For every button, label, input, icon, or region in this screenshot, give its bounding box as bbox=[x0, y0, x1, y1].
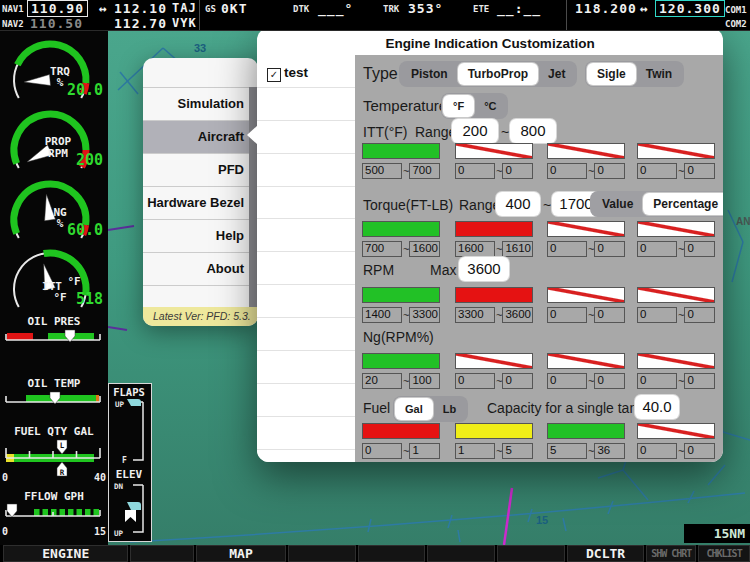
band-from-input[interactable]: 0 bbox=[637, 241, 677, 257]
softkey-shw-chrt[interactable]: SHW CHRT bbox=[646, 545, 696, 562]
band-to-input[interactable]: 3300 bbox=[409, 307, 440, 323]
nav1-active-frequency[interactable]: 110.90 bbox=[27, 0, 88, 17]
band-color-swatch[interactable] bbox=[637, 221, 715, 237]
band-from-input[interactable]: 1600 bbox=[455, 241, 495, 257]
softkey-blank-4[interactable] bbox=[427, 545, 495, 562]
band-from-input[interactable]: 0 bbox=[547, 307, 587, 323]
band-from-input[interactable]: 0 bbox=[547, 163, 587, 179]
fuel-capacity-input[interactable]: 40.0 bbox=[635, 395, 679, 419]
type-option-jet[interactable]: Jet bbox=[538, 63, 575, 85]
band-to-input[interactable]: 0 bbox=[684, 163, 715, 179]
band-color-swatch[interactable] bbox=[362, 221, 440, 237]
softkey-blank-3[interactable] bbox=[358, 545, 426, 562]
band-to-input[interactable]: 0 bbox=[684, 443, 715, 459]
com-swap-icon[interactable]: ↔ bbox=[640, 1, 649, 16]
band-from-input[interactable]: 700 bbox=[362, 241, 402, 257]
band-from-input[interactable]: 0 bbox=[637, 443, 677, 459]
softkey-dcltr[interactable]: DCLTR bbox=[567, 545, 645, 562]
band-to-input[interactable]: 1610 bbox=[502, 241, 533, 257]
itt-max-input[interactable]: 800 bbox=[510, 119, 556, 143]
band-to-input[interactable]: 0 bbox=[594, 373, 625, 389]
band-color-swatch[interactable] bbox=[362, 353, 440, 369]
band-to-input[interactable]: 0 bbox=[502, 373, 533, 389]
band-color-swatch[interactable] bbox=[455, 353, 533, 369]
band-to-input[interactable]: 5 bbox=[502, 443, 533, 459]
band-from-input[interactable]: 0 bbox=[362, 443, 402, 459]
band-from-input[interactable]: 1 bbox=[455, 443, 495, 459]
type-option-piston[interactable]: Piston bbox=[401, 63, 458, 85]
band-color-swatch[interactable] bbox=[547, 423, 625, 439]
type-option-turboprop[interactable]: TurboProp bbox=[458, 63, 538, 85]
band-color-swatch[interactable] bbox=[455, 221, 533, 237]
band-from-input[interactable]: 0 bbox=[547, 241, 587, 257]
band-color-swatch[interactable] bbox=[547, 143, 625, 159]
menu-item-about[interactable]: About bbox=[143, 252, 258, 286]
nav-swap-icon[interactable]: ↔ bbox=[99, 1, 108, 16]
band-from-input[interactable]: 1400 bbox=[362, 307, 402, 323]
torque-min-input[interactable]: 400 bbox=[496, 192, 540, 216]
band-to-input[interactable]: 1 bbox=[409, 443, 440, 459]
band-to-input[interactable]: 700 bbox=[409, 163, 440, 179]
band-to-input[interactable]: 0 bbox=[684, 307, 715, 323]
band-from-input[interactable]: 3300 bbox=[455, 307, 495, 323]
band-to-input[interactable]: 0 bbox=[502, 163, 533, 179]
menu-item-simulation[interactable]: Simulation bbox=[143, 87, 258, 120]
checkbox-icon[interactable]: ✓ bbox=[267, 68, 281, 82]
softkey-map[interactable]: MAP bbox=[196, 545, 286, 562]
band-to-input[interactable]: 3600 bbox=[502, 307, 533, 323]
nav2-active-frequency[interactable]: 110.50 bbox=[30, 16, 83, 31]
band-to-input[interactable]: 36 bbox=[594, 443, 625, 459]
band-color-swatch[interactable] bbox=[547, 353, 625, 369]
menu-item-aircraft[interactable]: Aircraft bbox=[143, 120, 258, 153]
band-to-input[interactable]: 0 bbox=[594, 307, 625, 323]
band-color-swatch[interactable] bbox=[637, 143, 715, 159]
com1-standby-frequency[interactable]: 118.200 bbox=[575, 1, 637, 16]
band-to-input[interactable]: 0 bbox=[594, 241, 625, 257]
temp-option-f[interactable]: °F bbox=[443, 95, 474, 117]
menu-item-pfd[interactable]: PFD bbox=[143, 153, 258, 186]
menu-item-hardware-bezel[interactable]: Hardware Bezel bbox=[143, 186, 258, 219]
band-color-swatch[interactable] bbox=[547, 221, 625, 237]
count-option-twin[interactable]: Twin bbox=[636, 63, 682, 85]
band-from-input[interactable]: 0 bbox=[637, 373, 677, 389]
com1-active-frequency[interactable]: 120.300 bbox=[655, 0, 725, 17]
mode-option-value[interactable]: Value bbox=[592, 193, 643, 215]
band-to-input[interactable]: 0 bbox=[594, 163, 625, 179]
band-from-input[interactable]: 500 bbox=[362, 163, 402, 179]
band-color-swatch[interactable] bbox=[637, 287, 715, 303]
menu-item-help[interactable]: Help bbox=[143, 219, 258, 252]
band-from-input[interactable]: 0 bbox=[547, 373, 587, 389]
band-to-input[interactable]: 0 bbox=[684, 373, 715, 389]
softkey-engine[interactable]: ENGINE bbox=[3, 545, 128, 562]
band-color-swatch[interactable] bbox=[455, 287, 533, 303]
band-to-input[interactable]: 100 bbox=[409, 373, 440, 389]
band-color-swatch[interactable] bbox=[362, 287, 440, 303]
fuel-option-gal[interactable]: Gal bbox=[395, 398, 433, 420]
band-from-input[interactable]: 0 bbox=[637, 163, 677, 179]
band-color-swatch[interactable] bbox=[637, 423, 715, 439]
fuel-option-lb[interactable]: Lb bbox=[433, 398, 466, 420]
rpm-max-input[interactable]: 3600 bbox=[459, 257, 509, 281]
softkey-blank-1[interactable] bbox=[130, 545, 194, 562]
itt-min-input[interactable]: 200 bbox=[452, 119, 498, 143]
band-to-input[interactable]: 0 bbox=[684, 241, 715, 257]
softkey-chklist[interactable]: CHKLIST bbox=[698, 545, 750, 562]
band-from-input[interactable]: 0 bbox=[637, 307, 677, 323]
nav2-standby-frequency[interactable]: 112.70 bbox=[114, 16, 167, 31]
temp-option-c[interactable]: °C bbox=[474, 95, 506, 117]
band-from-input[interactable]: 0 bbox=[455, 163, 495, 179]
band-color-swatch[interactable] bbox=[455, 423, 533, 439]
band-color-swatch[interactable] bbox=[547, 287, 625, 303]
softkey-blank-2[interactable] bbox=[288, 545, 356, 562]
band-color-swatch[interactable] bbox=[455, 143, 533, 159]
softkey-blank-5[interactable] bbox=[497, 545, 565, 562]
nav1-standby-frequency[interactable]: 112.10 bbox=[114, 1, 167, 16]
band-from-input[interactable]: 0 bbox=[455, 373, 495, 389]
band-color-swatch[interactable] bbox=[362, 423, 440, 439]
band-color-swatch[interactable] bbox=[637, 353, 715, 369]
band-from-input[interactable]: 20 bbox=[362, 373, 402, 389]
band-from-input[interactable]: 5 bbox=[547, 443, 587, 459]
band-to-input[interactable]: 1600 bbox=[409, 241, 440, 257]
profile-list-item-test[interactable]: ✓test bbox=[257, 55, 355, 88]
count-option-single[interactable]: Sigle bbox=[587, 63, 636, 85]
